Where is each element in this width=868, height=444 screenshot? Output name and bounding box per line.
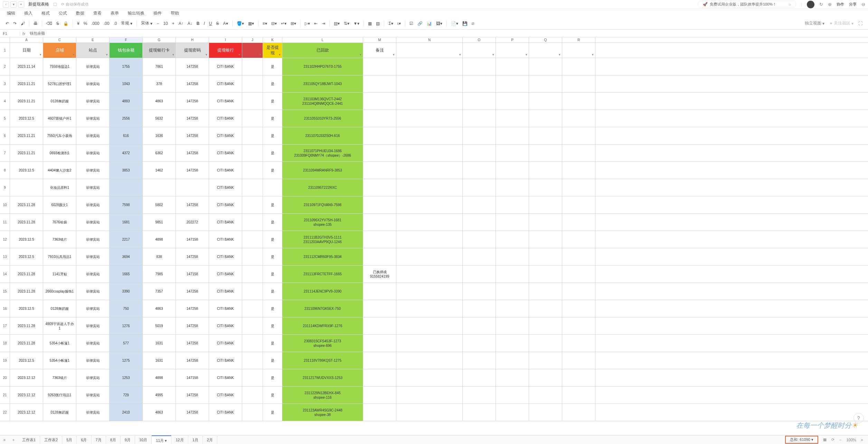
cell[interactable]: 577 xyxy=(110,335,143,352)
cell[interactable] xyxy=(529,58,562,75)
cell[interactable] xyxy=(363,162,396,179)
col-header-L[interactable]: L xyxy=(282,37,363,43)
italic-icon[interactable]: I xyxy=(204,21,205,26)
cell[interactable] xyxy=(242,179,263,196)
cell[interactable]: 4863 xyxy=(143,300,176,317)
cell[interactable] xyxy=(496,127,529,144)
strikethrough-icon[interactable]: S̶ xyxy=(56,21,59,26)
cell[interactable]: CITI BANK xyxy=(209,266,242,283)
cell[interactable] xyxy=(396,162,463,179)
cell[interactable]: 5354小帐篷1 xyxy=(43,335,76,352)
cell[interactable] xyxy=(396,127,463,144)
align-icon[interactable]: ≡▾ xyxy=(263,21,267,26)
cell[interactable] xyxy=(463,369,496,386)
cell[interactable] xyxy=(363,317,396,334)
cell[interactable] xyxy=(396,300,463,317)
cell[interactable]: 2311229N12BEHX-845 shopee-116 xyxy=(282,387,363,404)
cell[interactable]: 2311096X2YV75H-1681 shopee-135 xyxy=(282,214,363,231)
cell[interactable]: 2023.11.28 xyxy=(10,317,43,334)
cell[interactable]: 2023.12.5 xyxy=(10,248,43,265)
cell[interactable] xyxy=(562,300,595,317)
cell[interactable]: CITI BANK xyxy=(209,283,242,300)
cell[interactable]: 已换绑成9155824199 xyxy=(363,266,396,283)
cell[interactable] xyxy=(396,196,463,213)
cell[interactable]: 是 xyxy=(263,162,282,179)
font-shrink-icon[interactable]: A↓ xyxy=(188,21,192,26)
cell[interactable]: 3853 xyxy=(110,162,143,179)
col-header-C[interactable]: C xyxy=(43,37,76,43)
cell[interactable]: 231105QY18BJWT-1043 xyxy=(282,75,363,92)
menu-help[interactable]: 帮助 xyxy=(171,10,179,16)
cell[interactable] xyxy=(562,248,595,265)
cell[interactable]: 4404懒人沙发2 xyxy=(43,162,76,179)
header-cell[interactable] xyxy=(529,43,562,58)
col-header-J[interactable]: J xyxy=(242,37,263,43)
cell[interactable] xyxy=(496,196,529,213)
menu-view[interactable]: 查看 xyxy=(93,10,102,16)
cell[interactable]: 5278口腔护理1 xyxy=(43,75,76,92)
sheet-tab[interactable]: 6月 xyxy=(77,435,91,444)
cell[interactable]: 1636 xyxy=(143,127,176,144)
history-icon[interactable]: ↻ xyxy=(819,2,823,7)
cell[interactable]: 菲律宾站 xyxy=(76,369,110,386)
cell[interactable] xyxy=(496,335,529,352)
cell[interactable]: 1755 xyxy=(110,58,143,75)
cell[interactable]: 2023.11.28 xyxy=(10,214,43,231)
fill-color-icon[interactable]: 🪣▾ xyxy=(237,21,244,26)
cell[interactable] xyxy=(176,179,209,196)
cell[interactable] xyxy=(496,214,529,231)
row-header[interactable]: 16 xyxy=(0,300,10,317)
cell[interactable]: 是 xyxy=(263,387,282,404)
header-cell[interactable]: 是否提现 xyxy=(263,43,282,58)
cell[interactable]: 菲律宾站 xyxy=(76,283,110,300)
cell[interactable] xyxy=(242,248,263,265)
cell[interactable]: CITI BANK xyxy=(209,93,242,110)
col-header-F[interactable]: F xyxy=(110,37,143,43)
cell[interactable]: 0693检测剂1 xyxy=(43,145,76,161)
cell[interactable] xyxy=(363,283,396,300)
cell[interactable]: 4898 xyxy=(143,231,176,248)
cell[interactable]: 4863 xyxy=(143,93,176,110)
cell[interactable]: 5019 xyxy=(143,317,176,334)
cell[interactable]: 3694 xyxy=(110,248,143,265)
cell[interactable]: 2311070J332S0H-616 xyxy=(282,127,363,144)
grid-icon[interactable]: ▦ xyxy=(823,437,827,442)
collab-button[interactable]: 协作 xyxy=(837,2,844,7)
cell[interactable] xyxy=(529,266,562,283)
font-color-icon[interactable]: A▾ xyxy=(223,21,228,26)
cell[interactable]: 2023.11.28 xyxy=(10,335,43,352)
cell[interactable]: 2023.12.5 xyxy=(10,352,43,369)
cell[interactable]: 菲律宾站 xyxy=(76,231,110,248)
cell[interactable]: 是 xyxy=(263,300,282,317)
print-icon[interactable]: 🖶 xyxy=(34,21,38,26)
cell[interactable]: CITI BANK xyxy=(209,387,242,404)
cell[interactable]: 231123AWR4SG9C-2448 shopee-38 xyxy=(282,404,363,421)
cell[interactable]: 2410 xyxy=(110,404,143,421)
cell[interactable]: 0128舞蹈服 xyxy=(43,93,76,110)
cell[interactable]: 2023.11.21 xyxy=(10,93,43,110)
cell[interactable] xyxy=(496,75,529,92)
cell[interactable]: 2023.11.28 xyxy=(10,196,43,213)
cell[interactable] xyxy=(363,369,396,386)
row-header[interactable]: 11 xyxy=(0,214,10,231)
cell[interactable]: 2023.12.5 xyxy=(10,162,43,179)
cell[interactable]: CITI BANK xyxy=(209,196,242,213)
row-header[interactable]: 19 xyxy=(0,352,10,369)
valign-icon[interactable]: ⊟▾ xyxy=(271,21,277,26)
cell[interactable] xyxy=(396,317,463,334)
col-header-K[interactable]: K xyxy=(263,37,282,43)
cell[interactable]: 147158 xyxy=(176,369,209,386)
sheet-tab[interactable]: 11月 ▾ xyxy=(152,435,171,444)
menu-export[interactable]: 输出转换 xyxy=(128,10,144,16)
cell[interactable] xyxy=(242,196,263,213)
header-cell[interactable]: 站点 xyxy=(76,43,110,58)
sheet-tab[interactable]: 12月 xyxy=(171,435,188,444)
cell[interactable]: 是 xyxy=(263,266,282,283)
cell[interactable] xyxy=(363,145,396,161)
cell[interactable]: 2023.12.12 xyxy=(10,387,43,404)
cell[interactable]: 是 xyxy=(263,404,282,421)
header-cell[interactable]: 钱包余额 xyxy=(110,43,143,58)
cell[interactable]: 菲律宾站 xyxy=(76,317,110,334)
cell[interactable]: 7363镜片 xyxy=(43,369,76,386)
cell[interactable]: 231114KDWFRX9F-1276 xyxy=(282,317,363,334)
